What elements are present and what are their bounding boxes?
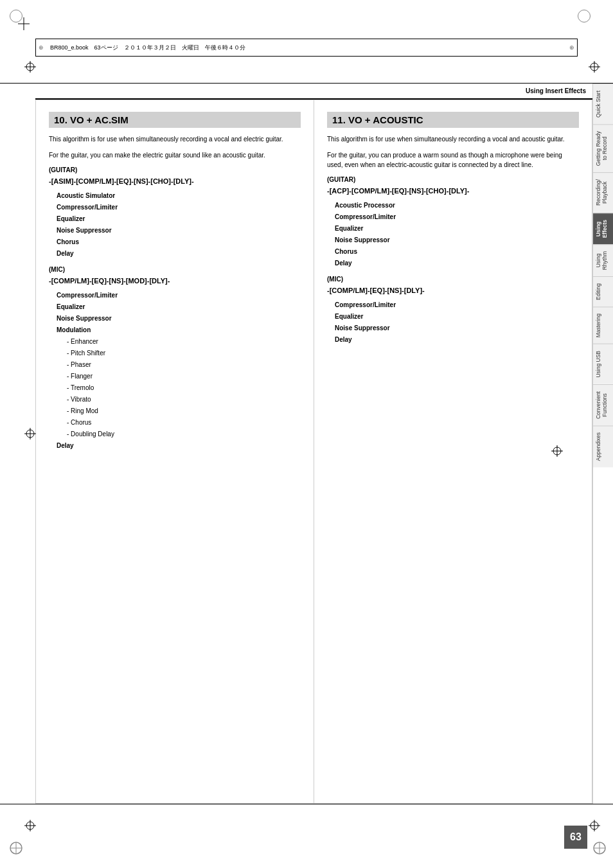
section11-guitar-label: (GUITAR) (327, 176, 579, 183)
tab-using-effects[interactable]: UsingEffects (593, 213, 613, 244)
list-item: Delay (57, 440, 301, 452)
list-item: Noise Suppressor (57, 313, 301, 324)
crosshair-bl (24, 820, 36, 833)
section10-title: 10. VO + AC.SIM (49, 112, 301, 128)
page-number: 63 (564, 826, 587, 849)
list-item: - Pitch Shifter (57, 348, 301, 359)
list-item: - Ring Mod (57, 405, 301, 417)
tab-quick-start[interactable]: Quick Start (593, 84, 613, 124)
list-item: Delay (57, 248, 301, 260)
list-item: - Flanger (57, 371, 301, 382)
crosshair-mid-l (24, 428, 36, 441)
section11-guitar-chain: -[ACP]-[COMP/LM]-[EQ]-[NS]-[CHO]-[DLY]- (327, 187, 579, 195)
reg-mark-tl (10, 10, 22, 22)
tab-using-usb[interactable]: Using USB (593, 344, 613, 384)
list-item: - Doubling Delay (57, 429, 301, 440)
reg-mark-br (592, 841, 607, 856)
list-item: - Enhancer (57, 336, 301, 348)
crosshair-mid-r (551, 445, 563, 458)
section11-desc1: This algorithm is for use when simultane… (327, 134, 579, 144)
tab-convenient-functions[interactable]: ConvenientFunctions (593, 384, 613, 425)
right-sidebar: Quick Start Getting Readyto Record Recor… (592, 84, 613, 804)
section10-column: 10. VO + AC.SIM This algorithm is for us… (36, 100, 314, 803)
crosshair-tl (24, 61, 36, 74)
list-item: Noise Suppressor (335, 235, 579, 246)
section10-guitar-label: (GUITAR) (49, 166, 301, 173)
list-item: Equalizer (57, 213, 301, 225)
section-header: Using Insert Effects (35, 84, 592, 100)
section-header-title: Using Insert Effects (526, 87, 586, 94)
list-item: Chorus (335, 246, 579, 258)
section10-mic-chain: -[COMP/LM]-[EQ]-[NS]-[MOD]-[DLY]- (49, 277, 301, 285)
list-item: Delay (335, 258, 579, 269)
section10-mic-label: (MIC) (49, 266, 301, 273)
section10-guitar-effects: Acoustic Simulator Compressor/Limiter Eq… (49, 190, 301, 260)
section11-desc2: For the guitar, you can produce a warm s… (327, 150, 579, 170)
list-item: Modulation (57, 324, 301, 336)
section11-mic-effects: Compressor/Limiter Equalizer Noise Suppr… (327, 299, 579, 346)
list-item: Equalizer (335, 311, 579, 323)
tab-using-rhythm[interactable]: UsingRhythm (593, 244, 613, 276)
tab-recording-playback[interactable]: Recording/Playback (593, 172, 613, 212)
tab-appendixes[interactable]: Appendixes (593, 425, 613, 467)
list-item: - Chorus (57, 417, 301, 429)
list-item: Noise Suppressor (57, 225, 301, 236)
list-item: Equalizer (57, 301, 301, 313)
bottom-bar: 63 (0, 804, 613, 868)
list-item: - Vibrato (57, 394, 301, 405)
tab-mastering[interactable]: Mastering (593, 306, 613, 344)
section11-mic-label: (MIC) (327, 276, 579, 283)
list-item: Compressor/Limiter (335, 211, 579, 223)
tab-editing[interactable]: Editing (593, 276, 613, 306)
file-info-bar: ⊕ BR800_e.book 63ページ ２０１０年３月２日 火曜日 午後６時４… (35, 39, 578, 57)
list-item: Noise Suppressor (335, 323, 579, 334)
list-item: Acoustic Simulator (57, 190, 301, 202)
section11-guitar-effects: Acoustic Processor Compressor/Limiter Eq… (327, 200, 579, 269)
list-item: Delay (335, 334, 579, 346)
list-item: - Tremolo (57, 382, 301, 394)
list-item: - Phaser (57, 359, 301, 371)
file-info-text: BR800_e.book 63ページ ２０１０年３月２日 火曜日 午後６時４０分 (50, 44, 245, 52)
list-item: Equalizer (335, 223, 579, 235)
main-content: 10. VO + AC.SIM This algorithm is for us… (35, 100, 592, 804)
section11-title: 11. VO + ACOUSTIC (327, 112, 579, 128)
section10-desc1: This algorithm is for use when simultane… (49, 134, 301, 144)
crosshair-br (589, 820, 600, 833)
reg-mark-tr (578, 10, 591, 22)
section11-mic-chain: -[COMP/LM]-[EQ]-[NS]-[DLY]- (327, 287, 579, 294)
crosshair-tr (589, 61, 600, 74)
list-item: Chorus (57, 236, 301, 248)
list-item: Compressor/Limiter (57, 290, 301, 301)
section10-desc2: For the guitar, you can make the electri… (49, 150, 301, 160)
reg-mark-bl (9, 841, 23, 856)
list-item: Compressor/Limiter (335, 299, 579, 311)
section10-mic-effects: Compressor/Limiter Equalizer Noise Suppr… (49, 290, 301, 452)
list-item: Compressor/Limiter (57, 202, 301, 213)
section11-column: 11. VO + ACOUSTIC This algorithm is for … (314, 100, 592, 803)
list-item: Acoustic Processor (335, 200, 579, 211)
tab-getting-ready[interactable]: Getting Readyto Record (593, 124, 613, 172)
section10-guitar-chain: -[ASIM]-[COMP/LM]-[EQ]-[NS]-[CHO]-[DLY]- (49, 177, 301, 185)
top-bar: ⊕ BR800_e.book 63ページ ２０１０年３月２日 火曜日 午後６時４… (0, 0, 613, 84)
